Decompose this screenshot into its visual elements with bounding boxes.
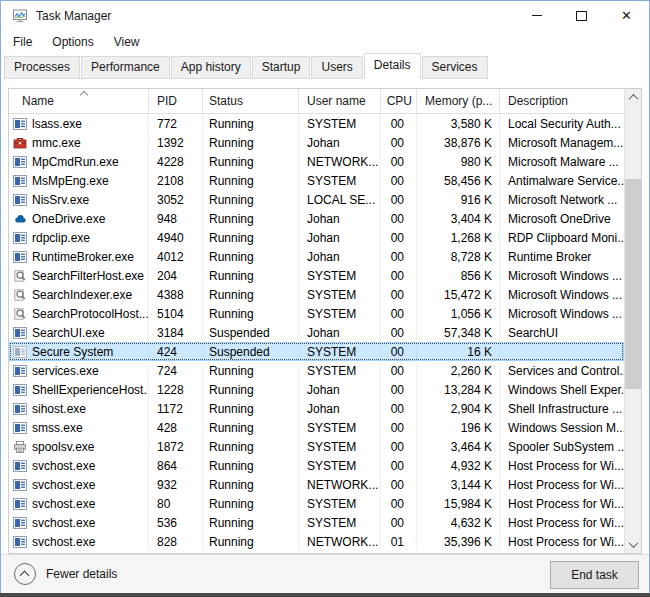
cell-status: Running — [203, 380, 299, 399]
table-header-row: NamePIDStatusUser nameCPUMemory (p...Des… — [9, 89, 624, 114]
column-header-user[interactable]: User name — [299, 89, 381, 113]
process-row[interactable]: lsass.exe 772 Running SYSTEM 00 3,580 K … — [9, 114, 624, 133]
process-row[interactable]: svchost.exe 864 Running SYSTEM 00 4,932 … — [9, 456, 624, 475]
process-row[interactable]: MpCmdRun.exe 4228 Running NETWORK... 00 … — [9, 152, 624, 171]
menu-item-options[interactable]: Options — [42, 32, 103, 52]
minimize-button[interactable] — [514, 1, 559, 30]
tabstrip: ProcessesPerformanceApp historyStartupUs… — [1, 53, 649, 79]
tab-startup[interactable]: Startup — [252, 56, 311, 79]
scrollbar-thumb[interactable] — [625, 179, 642, 389]
cell-user-name: SYSTEM — [299, 285, 381, 304]
cell-pid: 4228 — [149, 152, 203, 171]
cell-memory: 35,396 K — [417, 532, 500, 551]
tab-performance[interactable]: Performance — [81, 56, 170, 79]
cell-cpu: 01 — [381, 532, 417, 551]
column-header-pid[interactable]: PID — [149, 89, 203, 113]
column-header-desc[interactable]: Description — [500, 89, 624, 113]
maximize-button[interactable] — [559, 1, 604, 30]
tab-services[interactable]: Services — [422, 56, 488, 79]
cell-memory: 13,284 K — [417, 380, 500, 399]
process-row-selected[interactable]: Secure System 424 Suspended SYSTEM 00 16… — [9, 342, 624, 361]
cell-user-name: SYSTEM — [299, 513, 381, 532]
cell-user-name: SYSTEM — [299, 494, 381, 513]
cell-name: mmc.exe — [32, 136, 81, 150]
process-row[interactable]: ShellExperienceHost.... 1228 Running Joh… — [9, 380, 624, 399]
tab-app-history[interactable]: App history — [171, 56, 251, 79]
app-window-icon — [13, 497, 27, 511]
process-row[interactable]: svchost.exe 80 Running SYSTEM 00 15,984 … — [9, 494, 624, 513]
process-row[interactable]: sihost.exe 1172 Running Johan 00 2,904 K… — [9, 399, 624, 418]
cell-name: svchost.exe — [32, 478, 95, 492]
cell-memory: 1,268 K — [417, 228, 500, 247]
end-task-button[interactable]: End task — [550, 561, 639, 589]
process-row[interactable]: rdpclip.exe 4940 Running Johan 00 1,268 … — [9, 228, 624, 247]
cell-user-name: NETWORK... — [299, 475, 381, 494]
menu-item-view[interactable]: View — [104, 32, 150, 52]
close-button[interactable]: ✕ — [604, 1, 649, 30]
cell-user-name: SYSTEM — [299, 171, 381, 190]
cell-status: Running — [203, 133, 299, 152]
cell-user-name: Johan — [299, 380, 381, 399]
column-header-name[interactable]: Name — [9, 89, 149, 113]
process-row[interactable]: spoolsv.exe 1872 Running SYSTEM 00 3,464… — [9, 437, 624, 456]
process-row[interactable]: MsMpEng.exe 2108 Running SYSTEM 00 58,45… — [9, 171, 624, 190]
cell-description: Host Process for Wi... — [500, 513, 624, 532]
app-window-icon — [13, 421, 27, 435]
process-row[interactable]: RuntimeBroker.exe 4012 Running Johan 00 … — [9, 247, 624, 266]
onedrive-cloud-icon — [13, 212, 27, 226]
cell-memory: 38,876 K — [417, 133, 500, 152]
process-row[interactable]: services.exe 724 Running SYSTEM 00 2,260… — [9, 361, 624, 380]
cell-status: Running — [203, 494, 299, 513]
menu-item-file[interactable]: File — [1, 32, 42, 52]
cell-user-name: Johan — [299, 209, 381, 228]
cell-memory: 2,904 K — [417, 399, 500, 418]
process-row[interactable]: SearchIndexer.exe 4388 Running SYSTEM 00… — [9, 285, 624, 304]
cell-name: rdpclip.exe — [32, 231, 90, 245]
cell-status: Running — [203, 266, 299, 285]
cell-description: Shell Infrastructure ... — [500, 399, 624, 418]
process-row[interactable]: svchost.exe 932 Running NETWORK... 00 3,… — [9, 475, 624, 494]
cell-status: Running — [203, 532, 299, 551]
cell-user-name: LOCAL SE... — [299, 190, 381, 209]
column-header-cpu[interactable]: CPU — [381, 89, 417, 113]
vertical-scrollbar[interactable] — [624, 89, 641, 553]
process-row[interactable]: smss.exe 428 Running SYSTEM 00 196 K Win… — [9, 418, 624, 437]
cell-name: spoolsv.exe — [32, 440, 94, 454]
cell-status: Running — [203, 171, 299, 190]
cell-cpu: 00 — [381, 418, 417, 437]
column-header-status[interactable]: Status — [203, 89, 299, 113]
cell-name: smss.exe — [32, 421, 83, 435]
app-window-icon — [13, 459, 27, 473]
fewer-details-toggle[interactable]: Fewer details — [14, 563, 117, 585]
process-row[interactable]: svchost.exe 828 Running NETWORK... 01 35… — [9, 532, 624, 551]
cell-cpu: 00 — [381, 361, 417, 380]
process-row[interactable]: svchost.exe 536 Running SYSTEM 00 4,632 … — [9, 513, 624, 532]
cell-description: Microsoft Managem... — [500, 133, 624, 152]
close-icon: ✕ — [621, 8, 632, 23]
cell-pid: 724 — [149, 361, 203, 380]
cell-description — [500, 342, 624, 361]
tab-users[interactable]: Users — [311, 56, 362, 79]
cell-name: MsMpEng.exe — [32, 174, 109, 188]
cell-user-name: NETWORK... — [299, 152, 381, 171]
tab-processes[interactable]: Processes — [4, 56, 80, 79]
process-row[interactable]: NisSrv.exe 3052 Running LOCAL SE... 00 9… — [9, 190, 624, 209]
cell-status: Running — [203, 437, 299, 456]
search-icon — [13, 307, 27, 321]
process-row[interactable]: OneDrive.exe 948 Running Johan 00 3,404 … — [9, 209, 624, 228]
scroll-down-button[interactable] — [625, 536, 642, 553]
scroll-up-button[interactable] — [625, 89, 642, 106]
cell-status: Running — [203, 114, 299, 133]
cell-cpu: 00 — [381, 190, 417, 209]
cell-memory: 8,728 K — [417, 247, 500, 266]
process-row[interactable]: SearchUI.exe 3184 Suspended Johan 00 57,… — [9, 323, 624, 342]
cell-pid: 1172 — [149, 399, 203, 418]
cell-cpu: 00 — [381, 152, 417, 171]
process-row[interactable]: SearchFilterHost.exe 204 Running SYSTEM … — [9, 266, 624, 285]
process-row[interactable]: mmc.exe 1392 Running Johan 00 38,876 K M… — [9, 133, 624, 152]
cell-status: Running — [203, 399, 299, 418]
search-icon — [13, 288, 27, 302]
process-row[interactable]: SearchProtocolHost.... 5104 Running SYST… — [9, 304, 624, 323]
column-header-mem[interactable]: Memory (p... — [417, 89, 500, 113]
tab-details[interactable]: Details — [364, 53, 421, 79]
